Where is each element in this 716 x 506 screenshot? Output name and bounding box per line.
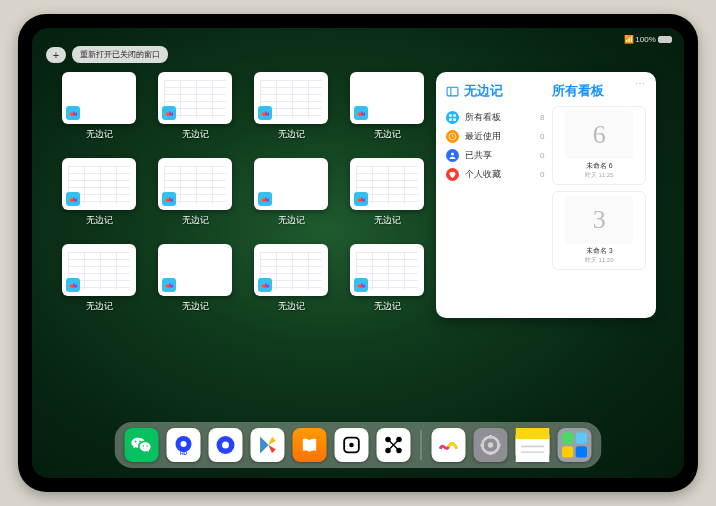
board-name: 未命名 3	[586, 246, 613, 256]
more-icon[interactable]: ⋯	[635, 78, 646, 89]
window-preview	[254, 72, 328, 124]
dock-app-play[interactable]	[251, 428, 285, 462]
dock-app-freeform[interactable]	[432, 428, 466, 462]
window-thumbnail[interactable]: 无边记	[348, 158, 426, 234]
svg-point-20	[488, 442, 494, 448]
svg-point-14	[349, 443, 354, 448]
window-thumbnail[interactable]: 无边记	[348, 72, 426, 148]
dock-app-quark-hd[interactable]: HD	[167, 428, 201, 462]
svg-text:HD: HD	[180, 450, 188, 456]
window-label: 无边记	[86, 214, 113, 227]
board-item[interactable]: 3未命名 3昨天 11:20	[552, 191, 646, 270]
sidebar-icon	[446, 85, 459, 98]
window-preview	[62, 244, 136, 296]
freeform-app-icon	[354, 106, 368, 120]
dock-app-wechat[interactable]	[125, 428, 159, 462]
window-thumbnail[interactable]: 无边记	[60, 244, 138, 320]
window-thumbnail[interactable]: 无边记	[348, 244, 426, 320]
board-item[interactable]: 6未命名 6昨天 11:25	[552, 106, 646, 185]
svg-rect-25	[516, 428, 550, 439]
nav-label: 已共享	[465, 149, 492, 162]
dock-app-app-library[interactable]	[558, 428, 592, 462]
svg-rect-32	[576, 446, 587, 457]
dock-app-quark[interactable]	[209, 428, 243, 462]
freeform-app-icon	[354, 192, 368, 206]
top-bar: + 重新打开已关闭的窗口	[46, 46, 168, 63]
dock-separator	[421, 430, 422, 460]
svg-point-9	[181, 441, 187, 447]
window-label: 无边记	[374, 300, 401, 313]
freeform-app-icon	[258, 278, 272, 292]
freeform-app-icon	[354, 278, 368, 292]
svg-rect-4	[449, 118, 452, 121]
window-thumbnail[interactable]: 无边记	[60, 72, 138, 148]
window-thumbnail[interactable]: 无边记	[156, 158, 234, 234]
boards-heading: 所有看板	[552, 82, 646, 100]
window-preview	[254, 244, 328, 296]
window-label: 无边记	[182, 128, 209, 141]
svg-rect-3	[453, 114, 456, 117]
dock-app-settings[interactable]	[474, 428, 508, 462]
window-preview	[350, 158, 424, 210]
heart-icon	[446, 168, 459, 181]
window-thumbnail[interactable]: 无边记	[156, 72, 234, 148]
status-right: 📶 100%	[624, 35, 672, 44]
new-window-button[interactable]: +	[46, 47, 66, 63]
nav-label: 最近使用	[465, 130, 501, 143]
nav-count: 0	[540, 132, 544, 141]
nav-count: 8	[540, 113, 544, 122]
ipad-frame: 📶 100% + 重新打开已关闭的窗口 无边记无边记无边记无边记无边记无边记无边…	[18, 14, 698, 492]
nav-item-clock[interactable]: 最近使用0	[446, 127, 544, 146]
window-preview	[350, 244, 424, 296]
nav-count: 0	[540, 170, 544, 179]
dock-app-notes[interactable]	[516, 428, 550, 462]
svg-rect-26	[516, 439, 550, 462]
window-label: 无边记	[182, 300, 209, 313]
screen: 📶 100% + 重新打开已关闭的窗口 无边记无边记无边记无边记无边记无边记无边…	[32, 28, 684, 478]
nav-count: 0	[540, 151, 544, 160]
board-date: 昨天 11:25	[585, 171, 614, 180]
freeform-app-icon	[162, 192, 176, 206]
nav-item-heart[interactable]: 个人收藏0	[446, 165, 544, 184]
nav-item-person[interactable]: 已共享0	[446, 146, 544, 165]
svg-rect-30	[576, 433, 587, 444]
svg-point-7	[451, 153, 454, 156]
clock-icon	[446, 130, 459, 143]
grid-icon	[446, 111, 459, 124]
board-name: 未命名 6	[586, 161, 613, 171]
dock-app-books[interactable]	[293, 428, 327, 462]
window-thumbnail[interactable]: 无边记	[252, 72, 330, 148]
dock-app-dice[interactable]	[335, 428, 369, 462]
window-preview	[254, 158, 328, 210]
board-date: 昨天 11:20	[585, 256, 614, 265]
nav-label: 所有看板	[465, 111, 501, 124]
freeform-app-icon	[162, 278, 176, 292]
window-thumbnail[interactable]: 无边记	[60, 158, 138, 234]
window-label: 无边记	[374, 128, 401, 141]
window-label: 无边记	[278, 128, 305, 141]
svg-rect-2	[449, 114, 452, 117]
dock-app-nodes[interactable]	[377, 428, 411, 462]
popover-sidebar: 无边记 所有看板8最近使用0已共享0个人收藏0	[446, 82, 544, 308]
window-thumbnail[interactable]: 无边记	[252, 244, 330, 320]
nav-label: 个人收藏	[465, 168, 501, 181]
popover-boards: 所有看板 6未命名 6昨天 11:253未命名 3昨天 11:20	[552, 82, 646, 308]
window-preview	[62, 72, 136, 124]
person-icon	[446, 149, 459, 162]
svg-rect-31	[562, 446, 573, 457]
window-preview	[350, 72, 424, 124]
nav-item-grid[interactable]: 所有看板8	[446, 108, 544, 127]
window-preview	[62, 158, 136, 210]
freeform-app-icon	[258, 106, 272, 120]
status-bar: 📶 100%	[32, 32, 684, 46]
window-thumbnail[interactable]: 无边记	[156, 244, 234, 320]
freeform-app-icon	[66, 278, 80, 292]
window-label: 无边记	[86, 300, 113, 313]
window-label: 无边记	[86, 128, 113, 141]
window-label: 无边记	[182, 214, 209, 227]
window-thumbnail[interactable]: 无边记	[252, 158, 330, 234]
window-label: 无边记	[278, 214, 305, 227]
svg-rect-5	[453, 118, 456, 121]
reopen-closed-window-button[interactable]: 重新打开已关闭的窗口	[72, 46, 168, 63]
window-preview	[158, 72, 232, 124]
